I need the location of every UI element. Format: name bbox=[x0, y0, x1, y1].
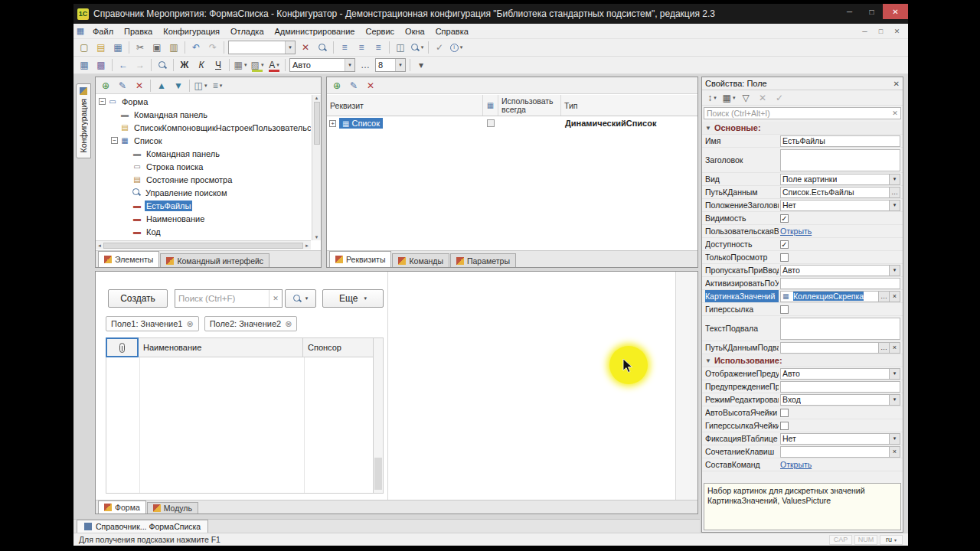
prop-field[interactable]: Нет bbox=[780, 200, 890, 211]
section-collapse-icon[interactable]: ▼ bbox=[705, 125, 711, 132]
checkbox-unchecked-icon[interactable] bbox=[780, 409, 789, 417]
bold-icon[interactable]: Ж bbox=[176, 57, 193, 73]
prop-field[interactable]: Авто bbox=[780, 368, 890, 380]
redo-icon[interactable]: ↷ bbox=[204, 40, 221, 55]
dropdown-arrow-icon[interactable]: ▾ bbox=[890, 265, 900, 276]
section-collapse-icon[interactable]: ▼ bbox=[705, 357, 711, 364]
collapse-icon[interactable]: − bbox=[99, 98, 106, 105]
open-document-icon[interactable]: ▤ bbox=[93, 40, 109, 55]
prop-field[interactable] bbox=[780, 381, 900, 393]
back-icon[interactable]: ← bbox=[115, 57, 132, 73]
remove-chip-icon[interactable]: ⊗ bbox=[285, 319, 292, 329]
tree-item-Код[interactable]: ▬Код bbox=[96, 225, 311, 238]
prop-field[interactable]: Авто bbox=[780, 265, 890, 276]
form-tab-Форма[interactable]: Форма bbox=[98, 500, 146, 514]
minimize-button[interactable]: ─ bbox=[838, 4, 861, 19]
scroll-down-icon[interactable]: ▼ bbox=[315, 235, 319, 240]
clear-search-icon[interactable]: ✕ bbox=[890, 109, 900, 117]
attributes-tab-Параметры[interactable]: Параметры bbox=[450, 253, 516, 267]
scroll-up-icon[interactable]: ▲ bbox=[315, 96, 319, 100]
undo-icon[interactable]: ↶ bbox=[188, 40, 204, 55]
ellipsis-button[interactable]: … bbox=[879, 291, 890, 302]
syntax-check-icon[interactable]: ✓ bbox=[431, 40, 448, 55]
prop-field[interactable]: Нет bbox=[780, 433, 890, 445]
font-size-combo[interactable]: 8▾ bbox=[375, 58, 406, 72]
add-attribute-icon[interactable]: ⊕ bbox=[328, 78, 345, 93]
prop-link-Открыть[interactable]: Открыть bbox=[780, 460, 812, 469]
borders-icon[interactable]: ▦▾ bbox=[232, 57, 249, 73]
dropdown-arrow-icon[interactable]: ▾ bbox=[395, 59, 405, 71]
edit-attribute-icon[interactable]: ✎ bbox=[345, 78, 362, 93]
window-tab-form-list[interactable]: Справочник... ФормаСписка bbox=[77, 520, 208, 533]
form-layout-icon[interactable]: ◫▾ bbox=[192, 78, 209, 93]
prop-field[interactable] bbox=[780, 278, 900, 289]
more-actions-button[interactable]: Еще ▾ bbox=[322, 289, 384, 308]
language-indicator[interactable]: ru ▾ bbox=[880, 535, 903, 545]
configuration-icon[interactable]: ▦ bbox=[76, 57, 93, 73]
database-configuration-icon[interactable]: ▩ bbox=[93, 57, 109, 73]
align-right-icon[interactable]: ≡ bbox=[370, 40, 387, 55]
scroll-thumb[interactable] bbox=[103, 243, 303, 249]
underline-icon[interactable]: Ч bbox=[210, 57, 227, 73]
menu-item-Файл[interactable]: Файл bbox=[87, 25, 119, 37]
dropdown-arrow-icon[interactable]: ▾ bbox=[890, 200, 900, 211]
align-center-icon[interactable]: ≡ bbox=[353, 40, 370, 55]
tree-item-ЕстьФайлы[interactable]: ▬ЕстьФайлы bbox=[96, 199, 311, 212]
move-down-icon[interactable]: ▼ bbox=[170, 78, 187, 93]
clear-button[interactable]: × bbox=[890, 446, 900, 458]
ellipsis-button[interactable]: … bbox=[890, 187, 900, 198]
tree-item-Командная панель[interactable]: ▬Командная панель bbox=[96, 147, 311, 160]
scroll-thumb[interactable] bbox=[314, 102, 320, 145]
tree-item-Управление поиском[interactable]: Управление поиском bbox=[96, 186, 311, 199]
forward-icon[interactable]: → bbox=[132, 57, 149, 73]
filter-icon[interactable]: ▽ bbox=[737, 90, 754, 106]
prop-link-Открыть[interactable]: Открыть bbox=[780, 227, 812, 236]
prop-field[interactable]: Вход bbox=[780, 394, 890, 406]
name-column-header[interactable]: Наименование bbox=[139, 337, 303, 357]
menu-item-Конфигурация[interactable]: Конфигурация bbox=[158, 25, 225, 37]
tree-vertical-scrollbar[interactable]: ▲ ▼ bbox=[312, 95, 321, 240]
menu-item-Правка[interactable]: Правка bbox=[119, 25, 158, 37]
properties-search-input[interactable]: Поиск (Ctrl+Alt+I) ✕ bbox=[704, 107, 901, 119]
scroll-right-icon[interactable]: ► bbox=[305, 243, 309, 248]
cut-icon[interactable]: ✂ bbox=[132, 40, 149, 55]
search-input[interactable]: Поиск (Ctrl+F) ✕ bbox=[175, 289, 283, 308]
paste-icon[interactable]: ▥ bbox=[165, 40, 182, 55]
remove-chip-icon[interactable]: ⊗ bbox=[186, 319, 193, 329]
maximize-button[interactable]: □ bbox=[861, 4, 883, 19]
find-button[interactable] bbox=[314, 40, 331, 55]
font-ellipsis-button[interactable]: … bbox=[357, 57, 374, 73]
tree-item-Командная панель[interactable]: ▬Командная панель bbox=[96, 108, 311, 121]
more-tools-icon[interactable]: ▾ bbox=[413, 57, 430, 73]
view-mode-icon[interactable]: ≡▾ bbox=[209, 78, 226, 93]
expand-icon[interactable]: + bbox=[329, 120, 336, 127]
global-search-button[interactable] bbox=[154, 57, 171, 73]
tree-item-СписокКомпоновщикНастроекПользовательскиеНастройки[interactable]: ▤СписокКомпоновщикНастроекПользовательск… bbox=[96, 121, 311, 134]
edit-element-icon[interactable]: ✎ bbox=[114, 78, 131, 93]
ellipsis-button[interactable]: … bbox=[879, 342, 890, 354]
prop-field[interactable]: ЕстьФайлы bbox=[780, 135, 900, 147]
clear-search-icon[interactable]: ✕ bbox=[269, 290, 282, 307]
clear-filter-icon[interactable]: ✕ bbox=[754, 90, 771, 106]
menu-item-Администрирование[interactable]: Администрирование bbox=[270, 25, 361, 37]
font-combo[interactable]: Авто▾ bbox=[289, 58, 355, 72]
delete-element-icon[interactable]: ✕ bbox=[131, 78, 148, 93]
sort-alphabet-icon[interactable]: ↕▾ bbox=[704, 90, 720, 106]
filter-chip[interactable]: Поле1: Значение1⊗ bbox=[106, 316, 199, 331]
close-properties-icon[interactable]: ✕ bbox=[893, 80, 900, 88]
clear-search-icon[interactable]: ✕ bbox=[297, 40, 314, 55]
save-icon[interactable]: ▦ bbox=[109, 40, 126, 55]
menu-item-Окна[interactable]: Окна bbox=[400, 25, 430, 37]
prop-field[interactable] bbox=[780, 318, 900, 340]
menu-item-Отладка[interactable]: Отладка bbox=[225, 25, 269, 37]
menu-item-Сервис[interactable]: Сервис bbox=[360, 25, 400, 37]
column-use-icon[interactable]: ▦ bbox=[483, 95, 498, 116]
mdi-close-icon[interactable]: ✕ bbox=[890, 25, 904, 37]
attributes-tab-Реквизиты[interactable]: Реквизиты bbox=[329, 251, 391, 267]
italic-icon[interactable]: К bbox=[193, 57, 210, 73]
preview-table-body[interactable] bbox=[106, 357, 374, 494]
clear-button[interactable]: × bbox=[890, 342, 900, 354]
collapse-icon[interactable]: − bbox=[111, 137, 118, 144]
attachment-column-header[interactable] bbox=[106, 337, 139, 357]
dropdown-arrow-icon[interactable]: ▾ bbox=[285, 41, 295, 54]
